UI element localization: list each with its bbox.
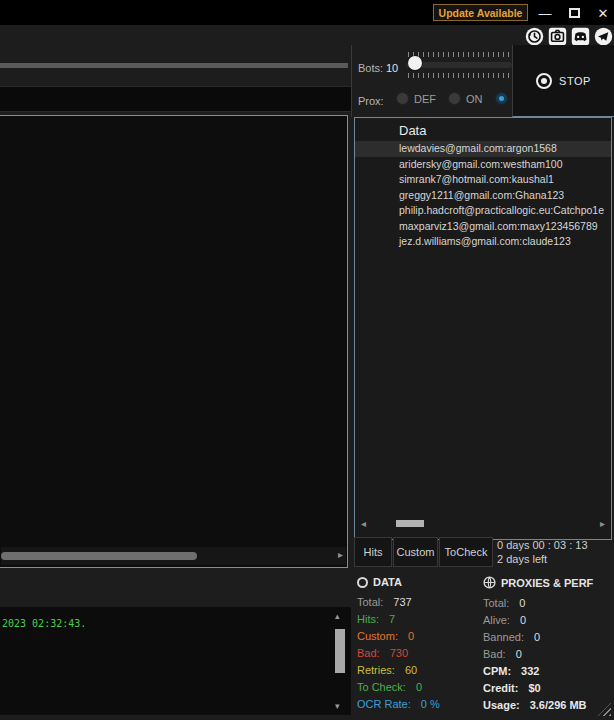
stat-row: Bad: 0 [483,648,614,660]
bots-label: Bots: [358,62,383,74]
history-icon[interactable] [525,27,544,46]
stat-row: Retries: 60 [357,664,477,676]
proxies-stats-section: PROXIES & PERF Total: 0 Alive: 0 Banned:… [483,576,614,716]
stat-row: Custom: 0 [357,630,477,642]
data-stats-title: DATA [357,576,477,588]
proxy-radio-off[interactable] [495,92,508,105]
bots-value: 10 [386,62,398,74]
stat-row: OCR Rate: 0 % [357,698,477,710]
stat-row: Credit: $0 [483,682,614,694]
stop-record-icon [536,73,552,89]
app-window: Update Available — ✕ Bots: 10 [0,0,614,720]
stop-button[interactable]: STOP [512,45,614,117]
log-line: 2023 02:32:43. [2,618,86,629]
screenshot-camera-icon[interactable] [548,27,567,46]
proxy-radio-def[interactable] [396,92,409,105]
slider-ticks-bottom [408,73,510,78]
list-item[interactable]: greggy1211@gmail.com:Ghana123 [355,188,611,204]
progress-bar [0,63,348,68]
stat-row: Alive: 0 [483,614,614,626]
globe-icon [483,576,496,589]
stat-row: Banned: 0 [483,631,614,643]
list-item[interactable]: maxparviz13@gmail.com:maxy123456789 [355,219,611,235]
proxy-radio-on-label: ON [466,93,483,105]
proxies-stats-title: PROXIES & PERF [483,576,614,589]
minimize-button[interactable]: — [534,3,556,23]
stat-row: Total: 0 [483,597,614,609]
data-hscrollbar[interactable]: ◂ ▸ [357,516,609,532]
data-panel: Data lewdavies@gmail.com:argon1568 aride… [354,117,612,540]
stat-row: To Check: 0 [357,681,477,693]
timer-remaining: 2 days left [497,552,588,566]
data-hscroll-right-icon[interactable]: ▸ [600,518,605,529]
data-stats-section: DATA Total: 737 Hits: 7 Custom: 0 Bad: 7… [357,576,477,715]
data-hscroll-thumb[interactable] [396,520,424,527]
data-donut-icon [357,577,368,588]
list-item[interactable]: aridersky@gmail.com:westham100 [355,157,611,173]
log-scroll-down-icon[interactable]: ▾ [335,701,340,711]
controls-divider [351,45,352,117]
stat-row: Hits: 7 [357,613,477,625]
results-hscroll-thumb[interactable] [1,552,197,560]
proxy-radio-def-label: DEF [414,93,436,105]
stat-row: Bad: 730 [357,647,477,659]
list-item[interactable]: philip.hadcroft@practicallogic.eu:Catchp… [355,203,611,219]
list-item[interactable]: jez.d.williams@gmail.com:claude123 [355,234,611,250]
stop-button-label: STOP [559,75,591,87]
tab-hits[interactable]: Hits [354,537,392,567]
log-vscroll-thumb[interactable] [335,629,345,673]
maximize-button[interactable] [563,3,585,23]
tab-tocheck[interactable]: ToCheck [439,537,493,567]
update-available-button[interactable]: Update Available [433,4,528,21]
tab-custom[interactable]: Custom [393,537,438,567]
slider-ticks-top [408,52,510,57]
discord-icon[interactable] [571,27,590,46]
stat-row: CPM: 332 [483,665,614,677]
timer-elapsed: 0 days 00 : 03 : 13 [497,538,588,552]
slider-thumb[interactable] [408,56,422,70]
results-hscrollbar[interactable]: ▸ [1,547,346,565]
close-button[interactable]: ✕ [592,3,614,23]
stat-row: Total: 737 [357,596,477,608]
list-item[interactable]: simrank7@hotmail.com:kaushal1 [355,172,611,188]
log-vscrollbar[interactable]: ▴ ▾ [334,609,346,713]
telegram-icon[interactable] [594,27,613,46]
log-console[interactable]: 2023 02:32:43. ▴ ▾ [0,607,351,715]
results-hscroll-right-icon[interactable]: ▸ [338,549,343,560]
proxy-label: Prox: [358,95,384,107]
list-item[interactable]: lewdavies@gmail.com:argon1568 [355,141,611,157]
bots-slider[interactable] [406,52,512,78]
titlebar: Update Available — ✕ [0,0,614,25]
results-panel[interactable]: ▸ [0,115,348,568]
data-hscroll-left-icon[interactable]: ◂ [361,518,366,529]
maximize-icon [569,8,580,18]
data-list: lewdavies@gmail.com:argon1568 aridersky@… [355,141,611,250]
log-scroll-up-icon[interactable]: ▴ [335,611,340,621]
stat-row: Usage: 3.6/296 MB [483,699,614,711]
status-textbox[interactable] [0,86,351,112]
timer-block: 0 days 00 : 03 : 13 2 days left [497,538,588,566]
proxy-radio-on[interactable] [448,92,461,105]
data-panel-header: Data [355,118,611,141]
